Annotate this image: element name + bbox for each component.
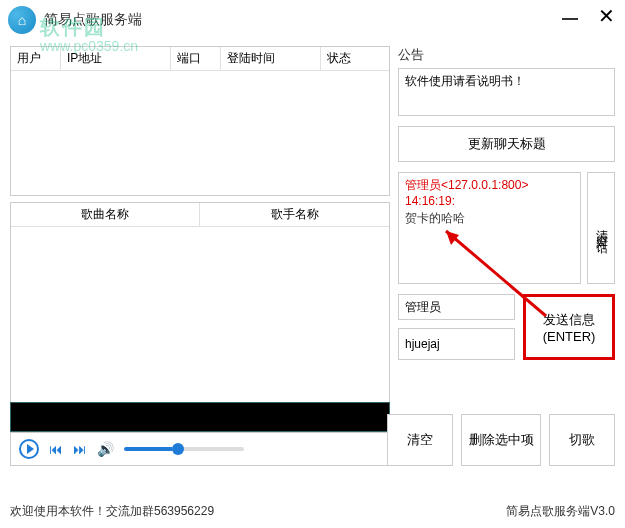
col-singer-name[interactable]: 歌手名称: [200, 203, 389, 226]
app-logo: ⌂: [8, 6, 36, 34]
prev-button[interactable]: ⏮: [49, 441, 63, 457]
chat-time: 14:16:19:: [405, 194, 574, 208]
svg-marker-1: [446, 231, 459, 245]
next-button[interactable]: ⏭: [73, 441, 87, 457]
chat-message: 贺卡的哈哈: [405, 210, 574, 227]
song-table[interactable]: 歌曲名称 歌手名称 ◄ ►: [10, 202, 390, 430]
window-title: 简易点歌服务端: [44, 11, 142, 29]
status-left: 欢迎使用本软件！交流加群563956229: [10, 503, 214, 520]
col-login-time[interactable]: 登陆时间: [221, 47, 321, 70]
send-btn-line2: (ENTER): [543, 329, 596, 344]
announce-box[interactable]: 软件使用请看说明书！: [398, 68, 615, 116]
chat-admin-line: 管理员<127.0.0.1:800>: [405, 177, 574, 194]
col-user[interactable]: 用户: [11, 47, 61, 70]
delete-selected-button[interactable]: 删除选中项: [461, 414, 541, 466]
sender-name-input[interactable]: [398, 294, 515, 320]
clear-button[interactable]: 清空: [387, 414, 453, 466]
connection-table[interactable]: 用户 IP地址 端口 登陆时间 状态: [10, 46, 390, 196]
update-chat-title-button[interactable]: 更新聊天标题: [398, 126, 615, 162]
minimize-button[interactable]: [562, 18, 578, 20]
announce-label: 公告: [398, 46, 615, 64]
send-btn-line1: 发送信息: [543, 311, 595, 329]
video-player[interactable]: [10, 402, 390, 432]
volume-thumb[interactable]: [172, 443, 184, 455]
volume-icon[interactable]: 🔊: [97, 441, 114, 457]
clear-chat-button[interactable]: 清空对话: [587, 172, 615, 284]
col-song-name[interactable]: 歌曲名称: [11, 203, 200, 226]
volume-slider[interactable]: [124, 447, 244, 451]
cut-song-button[interactable]: 切歌: [549, 414, 615, 466]
player-controls: ⏮ ⏭ 🔊: [10, 432, 390, 466]
col-status[interactable]: 状态: [321, 47, 389, 70]
close-button[interactable]: ✕: [598, 8, 615, 24]
send-button[interactable]: 发送信息 (ENTER): [523, 294, 615, 360]
col-ip[interactable]: IP地址: [61, 47, 171, 70]
play-button[interactable]: [19, 439, 39, 459]
message-input[interactable]: [398, 328, 515, 360]
chat-log[interactable]: 管理员<127.0.0.1:800> 14:16:19: 贺卡的哈哈: [398, 172, 581, 284]
announce-text: 软件使用请看说明书！: [405, 74, 525, 88]
status-right: 简易点歌服务端V3.0: [506, 503, 615, 520]
col-port[interactable]: 端口: [171, 47, 221, 70]
